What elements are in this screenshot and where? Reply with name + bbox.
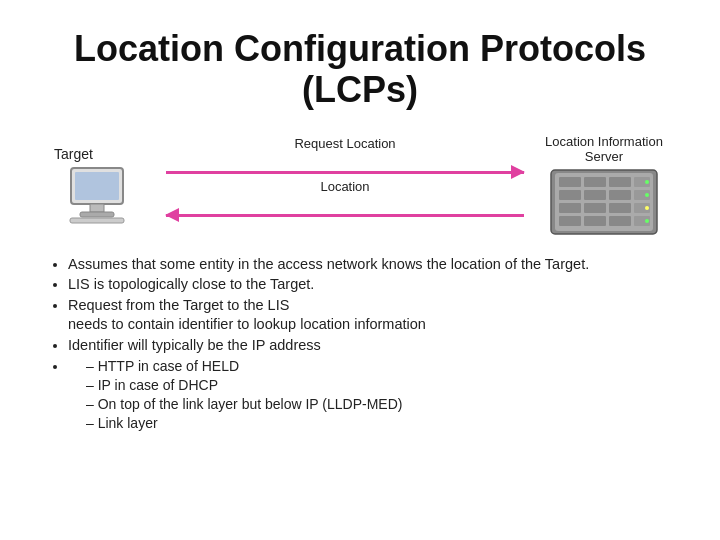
svg-rect-3 xyxy=(80,212,114,217)
target-label: Target xyxy=(54,146,93,162)
sub-bullet-1: HTTP in case of HELD xyxy=(86,357,684,375)
slide-title: Location Configuration Protocols(LCPs) xyxy=(36,28,684,111)
server-label: Location InformationServer xyxy=(545,134,663,164)
svg-rect-17 xyxy=(609,203,631,213)
computer-icon xyxy=(66,166,136,224)
response-label: Location xyxy=(166,179,524,194)
sub-bullet-4: Link layer xyxy=(86,414,684,432)
bullet-1: Assumes that some entity in the access n… xyxy=(68,255,684,275)
bullet-2: LIS is topologically close to the Target… xyxy=(68,275,684,295)
svg-point-26 xyxy=(645,219,649,223)
svg-point-24 xyxy=(645,193,649,197)
arrows-area: Request Location Location xyxy=(156,153,534,217)
response-arrow xyxy=(166,214,524,217)
bullet-4: Identifier will typically be the IP addr… xyxy=(68,336,684,356)
svg-rect-1 xyxy=(75,172,119,200)
request-label: Request Location xyxy=(166,136,524,151)
svg-rect-8 xyxy=(584,177,606,187)
svg-point-23 xyxy=(645,180,649,184)
sub-bullet-list: HTTP in case of HELD IP in case of DHCP … xyxy=(68,357,684,433)
server-side: Location InformationServer xyxy=(534,134,674,236)
diagram-area: Target Request Location xyxy=(46,125,674,245)
svg-rect-7 xyxy=(559,177,581,187)
svg-rect-19 xyxy=(559,216,581,226)
svg-rect-16 xyxy=(584,203,606,213)
slide: Location Configuration Protocols(LCPs) T… xyxy=(0,0,720,540)
svg-point-25 xyxy=(645,206,649,210)
bullet-3: Request from the Target to the LISneeds … xyxy=(68,296,684,335)
svg-rect-2 xyxy=(90,204,104,212)
sub-bullet-3: On top of the link layer but below IP (L… xyxy=(86,395,684,413)
svg-rect-11 xyxy=(559,190,581,200)
bullet-5: HTTP in case of HELD IP in case of DHCP … xyxy=(68,357,684,433)
svg-rect-15 xyxy=(559,203,581,213)
target-side: Target xyxy=(46,146,156,224)
svg-rect-9 xyxy=(609,177,631,187)
request-arrow xyxy=(166,171,524,174)
svg-rect-12 xyxy=(584,190,606,200)
svg-rect-4 xyxy=(70,218,124,223)
svg-rect-13 xyxy=(609,190,631,200)
main-bullet-list: Assumes that some entity in the access n… xyxy=(46,255,684,433)
svg-rect-20 xyxy=(584,216,606,226)
bullet-section: Assumes that some entity in the access n… xyxy=(36,255,684,433)
svg-rect-21 xyxy=(609,216,631,226)
server-icon xyxy=(549,168,659,236)
sub-bullet-2: IP in case of DHCP xyxy=(86,376,684,394)
